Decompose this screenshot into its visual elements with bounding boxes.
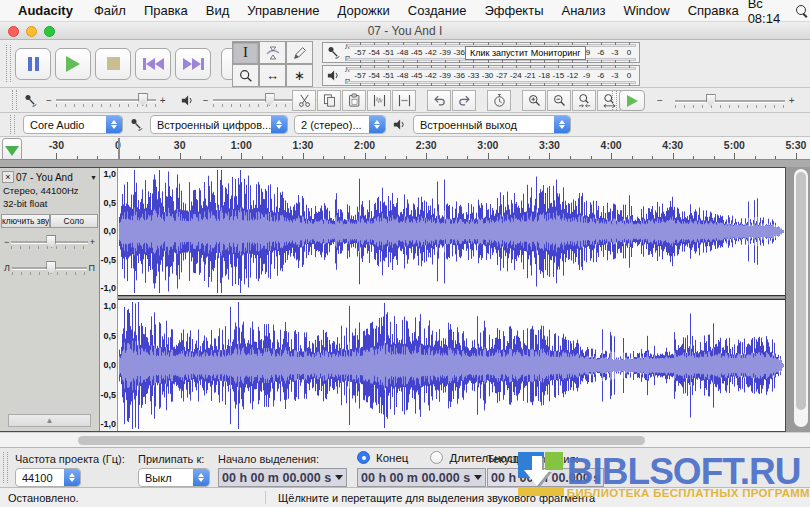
- envelope-tool-button[interactable]: [259, 41, 286, 64]
- paste-icon: [347, 93, 362, 108]
- pan-right-label: П: [89, 263, 95, 273]
- track-title[interactable]: 07 - You And: [16, 172, 88, 183]
- recording-channels-select[interactable]: 2 (стерео)...: [294, 115, 386, 134]
- menu-item-audacity[interactable]: Audacity: [10, 3, 81, 18]
- audio-host-select[interactable]: Core Audio: [23, 115, 123, 134]
- microphone-icon: [23, 93, 38, 108]
- snap-to-select[interactable]: Выкл: [138, 468, 210, 487]
- track-control-panel: × 07 - You And ▼ Стерео, 44100Hz 32-bit …: [0, 168, 100, 431]
- meter-tick-label: -57: [353, 71, 367, 80]
- track-close-button[interactable]: ×: [2, 171, 14, 183]
- zoom-selection-button[interactable]: [572, 90, 596, 111]
- pause-button[interactable]: [15, 48, 51, 80]
- minimize-window-button[interactable]: [26, 26, 37, 37]
- quick-play-icon: [5, 146, 19, 156]
- undo-button[interactable]: [427, 90, 451, 111]
- menu-item-1[interactable]: Правка: [135, 3, 197, 18]
- meter-tick-label: -30: [480, 71, 494, 80]
- paste-button[interactable]: [342, 90, 366, 111]
- vertical-scrollbar-thumb[interactable]: [796, 172, 806, 410]
- waveform-left-channel[interactable]: [118, 168, 784, 295]
- waveform-right-channel[interactable]: [118, 300, 784, 431]
- recording-device-select[interactable]: Встроенный цифров...: [150, 115, 288, 134]
- project-rate-select[interactable]: 44100: [15, 468, 81, 487]
- toolbar-grip[interactable]: [3, 452, 8, 483]
- recording-volume-slider[interactable]: [56, 93, 156, 107]
- playback-meter[interactable]: ЛП -57-54-51-48-45-42-39-36-33-30-27-24-…: [322, 65, 640, 86]
- menu-item-5[interactable]: Создание: [399, 3, 476, 18]
- toolbar-grip[interactable]: [12, 90, 17, 109]
- timeshift-tool-button[interactable]: ↔: [259, 64, 286, 87]
- selection-tool-button[interactable]: I: [232, 41, 259, 64]
- device-toolbar: Core Audio Встроенный цифров... 2 (стере…: [8, 113, 571, 136]
- field-dropdown-icon[interactable]: [474, 475, 482, 480]
- timeline-label: 1:00: [231, 139, 252, 151]
- menu-item-0[interactable]: Файл: [85, 3, 135, 18]
- recording-device-value: Встроенный цифров...: [151, 119, 271, 131]
- solo-button[interactable]: Соло: [50, 214, 99, 228]
- meter-tick-label: -18: [537, 71, 551, 80]
- menu-item-4[interactable]: Дорожки: [329, 3, 399, 18]
- zoom-window-button[interactable]: [44, 26, 55, 37]
- menu-item-9[interactable]: Справка: [679, 3, 748, 18]
- timeline-label: 3:00: [477, 139, 498, 151]
- copy-button[interactable]: [317, 90, 341, 111]
- horizontal-scrollbar-thumb[interactable]: [78, 436, 645, 445]
- timeline-ruler[interactable]: -300301:001:302:002:303:003:304:004:305:…: [0, 137, 810, 167]
- trim-button[interactable]: [367, 90, 391, 111]
- vertical-scale-ruler[interactable]: 1,00,50,0-0,5-1,0 1,00,50,0-0,5-1,0: [100, 168, 118, 431]
- close-window-button[interactable]: [8, 26, 19, 37]
- field-dropdown-icon[interactable]: [335, 475, 343, 480]
- silence-button[interactable]: [392, 90, 416, 111]
- zoom-out-button[interactable]: [547, 90, 571, 111]
- track-gain-slider[interactable]: [11, 235, 87, 249]
- menu-item-6[interactable]: Эффекты: [475, 3, 552, 18]
- menu-item-2[interactable]: Вид: [197, 3, 239, 18]
- select-arrows-icon: [271, 116, 287, 133]
- monitoring-tooltip[interactable]: Клик запустит Мониторинг: [465, 46, 586, 60]
- stop-button[interactable]: [95, 48, 131, 80]
- meter-tick-label: -51: [381, 71, 395, 80]
- menu-item-7[interactable]: Анализ: [553, 3, 615, 18]
- track-collapse-button[interactable]: ▲: [8, 414, 91, 427]
- playback-device-select[interactable]: Встроенный выход: [413, 115, 571, 134]
- draw-tool-button[interactable]: [286, 41, 313, 64]
- envelope-icon: [265, 45, 281, 61]
- cut-button[interactable]: [292, 90, 316, 111]
- time-ruler[interactable]: -300301:001:302:002:303:003:304:004:305:…: [24, 137, 810, 159]
- mute-button[interactable]: ключить звук: [1, 214, 50, 228]
- play-button[interactable]: [55, 48, 91, 80]
- spotlight-search-icon[interactable]: [796, 5, 804, 17]
- vertical-scrollbar[interactable]: [794, 169, 808, 427]
- zoom-in-button[interactable]: [522, 90, 546, 111]
- toolbar-grip[interactable]: [10, 115, 15, 133]
- menu-item-8[interactable]: Window: [614, 3, 678, 18]
- multi-tool-button[interactable]: ∗: [286, 64, 313, 87]
- track-menu-arrow-icon[interactable]: ▼: [90, 174, 97, 181]
- redo-button[interactable]: [452, 90, 476, 111]
- selection-start-field[interactable]: 00 h 00 m 00.000 s: [218, 468, 347, 487]
- track-pan-slider[interactable]: [12, 261, 87, 275]
- menubar-clock: Вс 08:14: [748, 0, 784, 26]
- skip-to-start-button[interactable]: [135, 48, 171, 80]
- playhead-cursor[interactable]: [118, 138, 120, 159]
- menu-item-3[interactable]: Управление: [238, 3, 328, 18]
- toolbar-row-3: Core Audio Встроенный цифров... 2 (стере…: [0, 113, 810, 137]
- fast-forward-icon: [183, 58, 204, 70]
- horizontal-scrollbar[interactable]: [0, 432, 810, 447]
- toolbar-grip[interactable]: [6, 45, 11, 83]
- window-titlebar[interactable]: 07 - You And I: [0, 22, 810, 40]
- selection-end-field[interactable]: 00 h 00 m 00.000 s: [357, 468, 486, 487]
- clock-button[interactable]: [487, 90, 511, 111]
- skip-to-end-button[interactable]: [175, 48, 211, 80]
- end-radio[interactable]: [357, 451, 370, 464]
- playback-speed-slider[interactable]: [675, 94, 785, 108]
- play-at-speed-button[interactable]: [619, 90, 645, 111]
- project-rate-label: Частота проекта (Гц):: [15, 453, 125, 465]
- magnifier-icon: [238, 68, 254, 84]
- vertical-ruler-label: -1,0: [100, 419, 116, 429]
- recording-meter[interactable]: ЛП -57-54-51-48-45-42-39-36-33-30-27-24-…: [322, 42, 640, 63]
- zoom-tool-button[interactable]: [232, 64, 259, 87]
- length-radio[interactable]: [430, 451, 443, 464]
- toolbar-grip[interactable]: [612, 91, 617, 109]
